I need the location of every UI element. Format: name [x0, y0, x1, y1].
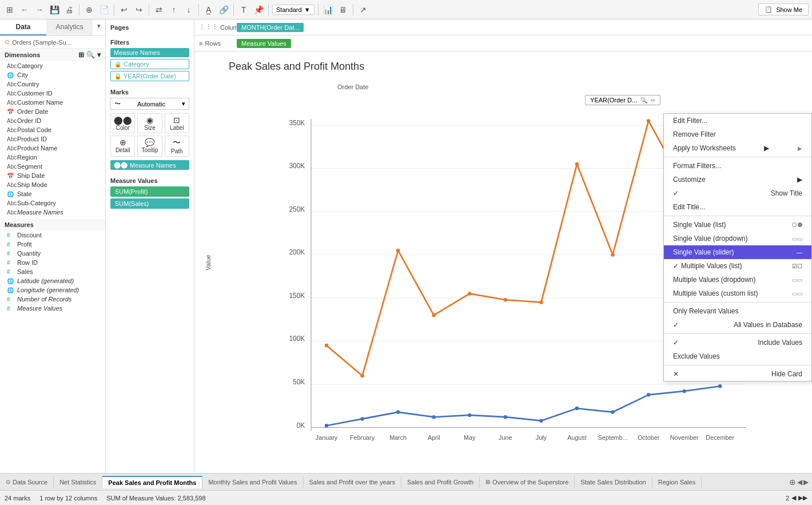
- chart-icon[interactable]: 📊: [322, 3, 335, 16]
- add-datasource-icon[interactable]: ⊕: [83, 3, 95, 16]
- tab-overview[interactable]: ⊞ Overview of the Superstore: [480, 476, 575, 488]
- measure-quantity[interactable]: #Quantity: [0, 249, 105, 258]
- marks-type-dropdown[interactable]: 〜 Automatic ▾: [110, 98, 189, 110]
- ctx-only-relevant[interactable]: Only Relevant Values: [664, 304, 811, 318]
- text-icon[interactable]: T: [237, 3, 250, 16]
- dim-region[interactable]: AbcRegion: [0, 153, 105, 162]
- dim-ship-mode[interactable]: AbcShip Mode: [0, 180, 105, 189]
- dim-city[interactable]: 🌐City: [0, 70, 105, 79]
- search-icon[interactable]: 🔍: [86, 51, 95, 59]
- ctx-apply-worksheets[interactable]: Apply to Worksheets ▶: [664, 141, 811, 155]
- tab-sales-profit-growth[interactable]: Sales and Profit Growth: [401, 476, 480, 488]
- sort-desc-icon[interactable]: ↓: [182, 3, 195, 16]
- marks-measure-names-chip[interactable]: ⬤⬤ Measure Names: [110, 160, 189, 170]
- measure-sales[interactable]: #Sales: [0, 267, 105, 276]
- undo-icon[interactable]: ↩: [118, 3, 130, 16]
- dim-category[interactable]: AbcCategory: [0, 61, 105, 70]
- marks-tooltip-btn[interactable]: 💬 Tooltip: [137, 136, 162, 157]
- tab-data-source[interactable]: ⊙ Data Source: [0, 476, 54, 488]
- ctx-exclude-values[interactable]: Exclude Values: [664, 349, 811, 363]
- dim-product-name[interactable]: AbcProduct Name: [0, 144, 105, 153]
- dim-country[interactable]: AbcCountry: [0, 79, 105, 89]
- tooltip-icon[interactable]: 🔗: [217, 3, 230, 16]
- tab-nav-back-icon[interactable]: ◀: [797, 478, 802, 486]
- swap-icon[interactable]: ⇄: [153, 3, 165, 16]
- worksheet-icon[interactable]: 📄: [98, 3, 110, 16]
- dim-postal-code[interactable]: AbcPostal Code: [0, 125, 105, 134]
- sum-profit-chip[interactable]: SUM(Profit): [110, 186, 189, 197]
- ctx-single-list[interactable]: Single Value (list): [664, 218, 811, 232]
- forward-icon[interactable]: →: [33, 3, 46, 16]
- back-icon[interactable]: ←: [18, 3, 31, 16]
- columns-chip[interactable]: MONTH(Order Dat...: [237, 23, 304, 32]
- save-icon[interactable]: 💾: [48, 3, 61, 16]
- tab-analytics[interactable]: Analytics: [46, 19, 93, 35]
- dim-segment[interactable]: AbcSegment: [0, 162, 105, 171]
- dim-state[interactable]: 🌐State: [0, 189, 105, 198]
- tab-sales-profit-years[interactable]: Sales and Profit over the years: [304, 476, 401, 488]
- ctx-remove-filter[interactable]: Remove Filter: [664, 128, 811, 141]
- measure-profit[interactable]: #Profit: [0, 240, 105, 249]
- ctx-edit-title[interactable]: Edit Title...: [664, 200, 811, 214]
- tab-region-sales[interactable]: Region Sales: [652, 476, 702, 488]
- tab-net-statistics[interactable]: Net Statistics: [54, 476, 102, 488]
- rows-chip[interactable]: Measure Values: [237, 39, 291, 48]
- measure-num-records[interactable]: #Number of Records: [0, 295, 105, 304]
- dim-order-id[interactable]: AbcOrder ID: [0, 116, 105, 125]
- dim-product-id[interactable]: AbcProduct ID: [0, 134, 105, 144]
- ctx-multiple-list[interactable]: ✓ Multiple Values (list) ☑☐: [664, 259, 811, 273]
- dim-ship-date[interactable]: 📅Ship Date: [0, 171, 105, 180]
- measure-discount[interactable]: #Discount: [0, 230, 105, 240]
- measure-values[interactable]: #Measure Values: [0, 304, 105, 313]
- ctx-customize[interactable]: Customize ▶: [664, 173, 811, 186]
- ctx-single-dropdown[interactable]: Single Value (dropdown) ▭▭: [664, 232, 811, 245]
- ctx-multiple-custom[interactable]: Multiple Values (custom list) ▭▭: [664, 287, 811, 300]
- marks-detail-btn[interactable]: ⊕ Detail: [110, 136, 135, 157]
- dim-sub-category[interactable]: AbcSub-Category: [0, 198, 105, 208]
- dim-customer-name[interactable]: AbcCustomer Name: [0, 98, 105, 107]
- grid-icon[interactable]: ⊞: [3, 3, 16, 16]
- marks-path-btn[interactable]: 〜 Path: [165, 136, 189, 157]
- ctx-edit-filter[interactable]: Edit Filter...: [664, 114, 811, 128]
- tab-state-sales[interactable]: State Sales Distribution: [575, 476, 652, 488]
- measure-longitude[interactable]: 🌐Longitude (generated): [0, 285, 105, 295]
- status-page-forward-icon[interactable]: ▶▶: [798, 494, 807, 502]
- print-icon[interactable]: 🖨: [63, 3, 75, 16]
- pin-icon[interactable]: 📌: [252, 3, 265, 16]
- share-icon[interactable]: ↗: [357, 3, 369, 16]
- dim-customer-id[interactable]: AbcCustomer ID: [0, 89, 105, 98]
- ctx-format-filters[interactable]: Format Filters...: [664, 159, 811, 173]
- measure-latitude[interactable]: 🌐Latitude (generated): [0, 276, 105, 285]
- dim-measure-names[interactable]: AbcMeasure Names: [0, 208, 105, 217]
- sidebar-options-icon[interactable]: ▾: [93, 19, 105, 32]
- tab-peak-sales[interactable]: Peak Sales and Profit Months: [102, 476, 202, 488]
- filter-measure-names[interactable]: Measure Names: [110, 48, 189, 57]
- marks-size-btn[interactable]: ◉ Size: [137, 113, 162, 133]
- highlight-icon[interactable]: A̲: [202, 3, 215, 16]
- filter-year-order-date[interactable]: 🔒 YEAR(Order Date): [110, 71, 189, 81]
- status-page-back-icon[interactable]: ◀: [791, 494, 796, 502]
- tab-monthly-sales[interactable]: Monthly Sales and Profit Values: [202, 476, 303, 488]
- datasource-label[interactable]: ⊙ Orders (Sample-Su...: [0, 36, 105, 49]
- tab-nav-forward-icon[interactable]: ▶: [803, 478, 809, 486]
- ctx-hide-card[interactable]: ✕Hide Card: [664, 367, 811, 381]
- marks-label-btn[interactable]: ⊡ Label: [165, 113, 189, 133]
- grid-view-icon[interactable]: ⊞: [78, 51, 84, 59]
- view-dropdown[interactable]: Standard ▼: [272, 5, 315, 15]
- ctx-all-values[interactable]: ✓All Values in Database: [664, 318, 811, 332]
- tab-add-icon[interactable]: ⊕: [789, 478, 796, 487]
- measure-row-id[interactable]: #Row ID: [0, 258, 105, 267]
- ctx-single-slider[interactable]: Single Value (slider) —: [664, 245, 811, 259]
- present-icon[interactable]: 🖥: [337, 3, 349, 16]
- ctx-multiple-dropdown[interactable]: Multiple Values (dropdown) ▭▭: [664, 273, 811, 287]
- tab-data[interactable]: Data: [0, 19, 46, 35]
- filter-category[interactable]: 🔒 Category: [110, 59, 189, 69]
- year-filter-chip[interactable]: YEAR(Order D... 🔍 ✏: [585, 95, 660, 105]
- marks-color-btn[interactable]: ⬤⬤ Color: [110, 113, 135, 133]
- sort-asc-icon[interactable]: ↑: [168, 3, 180, 16]
- redo-icon[interactable]: ↪: [133, 3, 145, 16]
- sum-sales-chip[interactable]: SUM(Sales): [110, 198, 189, 209]
- chevron-icon[interactable]: ▾: [97, 51, 101, 59]
- ctx-include-values[interactable]: ✓Include Values: [664, 336, 811, 349]
- dim-order-date[interactable]: 📅Order Date: [0, 107, 105, 116]
